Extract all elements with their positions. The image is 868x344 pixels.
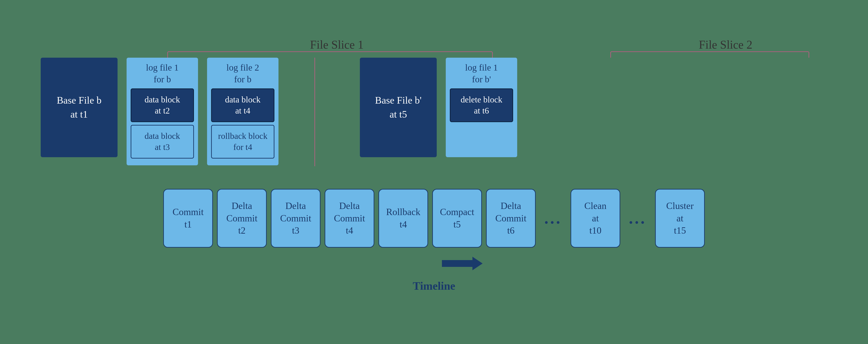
delta-commit-t6: DeltaCommitt6: [486, 189, 536, 248]
log-file-1-for-b-prime: log file 1for b' delete blockat t6: [446, 58, 517, 157]
data-block-t3: data blockat t3: [131, 125, 194, 159]
data-block-t4: data blockat t4: [211, 88, 274, 122]
base-file-b: Base File bat t1: [41, 58, 118, 157]
bracket-slice-2: [610, 51, 809, 58]
rollback-t4-text: Rollbackt4: [386, 206, 421, 230]
cluster-t15: Clusteratt15: [655, 189, 705, 248]
delta-commit-t6-text: DeltaCommitt6: [495, 200, 526, 237]
delta-commit-t2-text: DeltaCommitt2: [226, 200, 257, 237]
delta-commit-t2: DeltaCommitt2: [217, 189, 267, 248]
data-block-t2: data blockat t2: [131, 88, 194, 122]
brackets-row: [41, 51, 809, 58]
delta-commit-t3-text: DeltaCommitt3: [280, 200, 311, 237]
file-slice-2: Base File b'at t5 log file 1for b' delet…: [360, 58, 517, 157]
timeline-arrow-row: [374, 257, 494, 270]
cluster-t15-text: Clusteratt15: [666, 200, 693, 237]
log-file-b-prime-label: log file 1for b': [450, 62, 513, 85]
slices-content: Base File bat t1 log file 1for b data bl…: [41, 58, 517, 166]
log-file-2-for-b: log file 2for b data blockat t4 rollback…: [207, 58, 278, 165]
ellipsis-2: ...: [624, 209, 651, 228]
delta-commit-t4-text: DeltaCommitt4: [334, 200, 365, 237]
file-slice-1: Base File bat t1 log file 1for b data bl…: [41, 58, 278, 165]
rollback-t4: Rollbackt4: [378, 189, 428, 248]
commit-t1: Committ1: [163, 189, 213, 248]
log-file-1-label: log file 1for b: [131, 62, 194, 85]
clean-t10-text: Cleanatt10: [584, 200, 607, 237]
timeline-label: Timeline: [413, 280, 455, 292]
slice-labels-row: File Slice 1 File Slice 2: [41, 38, 827, 51]
rollback-block-t4: rollback blockfor t4: [211, 125, 274, 159]
bracket-slice-1: [167, 51, 493, 58]
main-container: File Slice 1 File Slice 2 Base File bat …: [0, 0, 868, 344]
compact-t5-text: Compactt5: [440, 206, 474, 230]
arrow-shape: [442, 257, 483, 270]
delete-block-t6: delete blockat t6: [450, 88, 513, 122]
ellipsis-1: ...: [540, 209, 566, 228]
timeline-arrow: [442, 257, 483, 270]
base-file-b-prime-text: Base File b'at t5: [375, 93, 422, 121]
commit-t1-text: Committ1: [173, 206, 204, 230]
clean-t10: Cleanatt10: [570, 189, 620, 248]
file-slice-2-label: File Slice 2: [624, 38, 827, 51]
delta-commit-t3: DeltaCommitt3: [271, 189, 320, 248]
compact-t5: Compactt5: [432, 189, 482, 248]
file-slices-section: File Slice 1 File Slice 2 Base File bat …: [41, 38, 827, 166]
log-file-2-label: log file 2for b: [211, 62, 274, 85]
base-file-b-text: Base File bat t1: [57, 93, 101, 121]
log-file-1-for-b: log file 1for b data blockat t2 data blo…: [127, 58, 198, 165]
timeline-section: Committ1 DeltaCommitt2 DeltaCommitt3 Del…: [163, 189, 705, 292]
timeline-commits: Committ1 DeltaCommitt2 DeltaCommitt3 Del…: [163, 189, 705, 248]
file-slice-1-label: File Slice 1: [167, 38, 506, 51]
base-file-b-prime: Base File b'at t5: [360, 58, 437, 157]
delta-commit-t4: DeltaCommitt4: [324, 189, 374, 248]
